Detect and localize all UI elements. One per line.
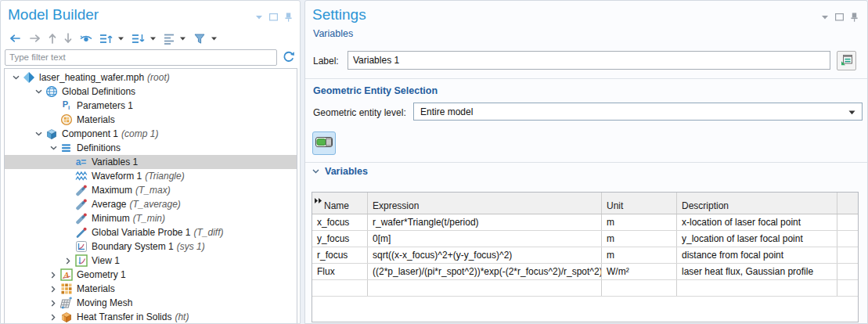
tree-item-variables-1[interactable]: a=Variables 1 bbox=[5, 155, 297, 169]
forward-arrow-icon[interactable] bbox=[26, 30, 44, 47]
materials-globe-icon bbox=[59, 113, 73, 126]
cell-expression[interactable]: sqrt((x-x_focus)^2+(y-y_focus)^2) bbox=[368, 247, 602, 263]
chevron-down-icon[interactable] bbox=[47, 146, 59, 150]
cell-unit[interactable]: m bbox=[602, 214, 677, 230]
tree-item-geometry-1[interactable]: AGeometry 1 bbox=[5, 268, 297, 282]
cell-description[interactable]: laser heat flux, Gaussian profile bbox=[677, 264, 837, 279]
cell-unit[interactable]: W/m² bbox=[602, 264, 677, 279]
chevron-down-icon[interactable] bbox=[9, 75, 22, 80]
chevron-right-icon[interactable] bbox=[47, 286, 59, 293]
tree-item-definitions[interactable]: Definitions bbox=[5, 141, 297, 155]
expand-up-list-icon[interactable] bbox=[97, 30, 115, 47]
chevron-down-icon[interactable] bbox=[178, 37, 187, 41]
cell-description[interactable] bbox=[677, 280, 837, 296]
chevron-right-icon[interactable] bbox=[47, 300, 59, 307]
tree-item-moving-mesh[interactable]: Moving Mesh bbox=[5, 296, 297, 310]
tree-item-global-definitions[interactable]: Global Definitions bbox=[5, 85, 297, 99]
tree-item-label: Moving Mesh bbox=[77, 297, 132, 308]
cell-expression[interactable]: r_wafer*Triangle(t/period) bbox=[368, 214, 602, 230]
cell-description[interactable]: y_location of laser focal point bbox=[677, 231, 837, 247]
tree-item-average[interactable]: Average(T_average) bbox=[5, 197, 297, 211]
show-eye-icon[interactable] bbox=[77, 30, 95, 47]
tree-item-waveform-1[interactable]: Waveform 1(Triangle) bbox=[5, 169, 297, 183]
pin-icon[interactable] bbox=[285, 13, 292, 22]
tree-item-label: Component 1 bbox=[62, 128, 118, 139]
chevron-down-icon[interactable] bbox=[117, 37, 125, 41]
cell-expression[interactable]: 0[m] bbox=[368, 231, 602, 247]
cell-name[interactable]: r_focus bbox=[312, 247, 368, 263]
refresh-icon[interactable] bbox=[282, 50, 296, 64]
cell-expression[interactable]: ((2*p_laser)/(pi*r_spot^2))*exp(-(2*r_fo… bbox=[368, 264, 602, 279]
cell-unit[interactable]: m bbox=[602, 231, 677, 247]
cell-name[interactable]: Flux bbox=[312, 264, 368, 279]
cell-unit[interactable] bbox=[602, 280, 677, 296]
tree-item-label: Definitions bbox=[77, 142, 121, 153]
tree-item-annotation: (T_max) bbox=[135, 185, 171, 196]
chevron-down-icon[interactable] bbox=[822, 16, 828, 20]
tree-item-materials[interactable]: Materials bbox=[5, 113, 297, 127]
restore-icon[interactable] bbox=[269, 13, 278, 21]
moving-mesh-icon bbox=[59, 297, 73, 309]
model-builder-title: Model Builder bbox=[8, 6, 99, 23]
cell-name[interactable]: y_focus bbox=[312, 231, 368, 247]
tree-item-minimum[interactable]: Minimum(T_min) bbox=[5, 211, 297, 225]
label-edit-button[interactable] bbox=[837, 51, 856, 70]
column-header-name[interactable]: Name bbox=[312, 193, 368, 214]
variables-table: NameExpressionUnitDescription x_focusr_w… bbox=[312, 192, 859, 322]
expand-down-list-icon[interactable] bbox=[129, 30, 147, 47]
tree-item-view-1[interactable]: View 1 bbox=[5, 254, 297, 268]
active-selection-toggle-button[interactable] bbox=[312, 131, 336, 155]
cell-name[interactable] bbox=[312, 280, 368, 296]
tree-item-materials[interactable]: Materials bbox=[5, 282, 297, 296]
tree-item-global-variable-probe-1[interactable]: Global Variable Probe 1(T_diff) bbox=[5, 225, 297, 239]
probe-icon bbox=[74, 198, 88, 211]
cell-description[interactable]: x-location of laser focal point bbox=[677, 214, 837, 230]
move-up-arrow-icon[interactable] bbox=[45, 30, 59, 47]
cell-name[interactable]: x_focus bbox=[312, 214, 368, 230]
component-cube-icon bbox=[45, 128, 58, 140]
move-down-arrow-icon[interactable] bbox=[61, 30, 75, 47]
global-probe-icon bbox=[74, 226, 88, 239]
model-builder-toolbar bbox=[6, 29, 221, 48]
model-builder-panel: Model Builder laser_heating_wafer.mph(ro… bbox=[0, 0, 301, 324]
filter-row bbox=[5, 49, 297, 66]
cell-description[interactable]: distance from focal point bbox=[677, 247, 837, 263]
chevron-down-icon[interactable] bbox=[210, 37, 218, 41]
chevron-down-icon[interactable] bbox=[256, 16, 262, 20]
variables-table-empty-area[interactable] bbox=[312, 297, 858, 322]
variables-section-title[interactable]: Variables bbox=[325, 166, 368, 177]
filter-funnel-icon[interactable] bbox=[191, 30, 208, 47]
tree-item-maximum[interactable]: Maximum(T_max) bbox=[5, 183, 297, 197]
pin-icon[interactable] bbox=[851, 13, 858, 22]
view-icon bbox=[74, 254, 88, 267]
table-row-flux: Flux((2*p_laser)/(pi*r_spot^2))*exp(-(2*… bbox=[312, 264, 858, 280]
label-input[interactable] bbox=[348, 51, 830, 70]
tree-item-heat-transfer-in-solids[interactable]: Heat Transfer in Solids(ht) bbox=[5, 310, 297, 323]
tree-item-label: Parameters 1 bbox=[77, 100, 133, 111]
tree-item-label: Maximum bbox=[92, 185, 132, 196]
cell-unit[interactable]: m bbox=[602, 247, 677, 263]
tree-item-annotation: (T_average) bbox=[129, 199, 180, 210]
chevron-down-icon[interactable] bbox=[32, 89, 45, 94]
cell-expression[interactable] bbox=[368, 280, 602, 296]
chevron-right-icon[interactable] bbox=[47, 314, 59, 321]
geometric-entity-level-label: Geometric entity level: bbox=[313, 107, 406, 118]
tree-filter-input[interactable] bbox=[5, 49, 277, 66]
chevron-down-icon[interactable] bbox=[312, 169, 319, 174]
column-header-expression[interactable]: Expression bbox=[368, 193, 602, 214]
chevron-down-icon[interactable] bbox=[32, 131, 45, 136]
tree-item-parameters-1[interactable]: PiParameters 1 bbox=[5, 99, 297, 113]
active-selection-toggle-icon bbox=[315, 136, 333, 150]
restore-icon[interactable] bbox=[835, 13, 844, 21]
geometric-entity-level-select[interactable]: Entire model bbox=[413, 103, 863, 121]
tree-item-component-1[interactable]: Component 1(comp 1) bbox=[5, 127, 297, 141]
tree-item-boundary-system-1[interactable]: Boundary System 1(sys 1) bbox=[5, 239, 297, 254]
tree-item-laser-heating-wafer-mph[interactable]: laser_heating_wafer.mph(root) bbox=[5, 70, 297, 85]
column-header-description[interactable]: Description bbox=[677, 193, 837, 214]
back-arrow-icon[interactable] bbox=[6, 30, 24, 47]
chevron-right-icon[interactable] bbox=[62, 257, 74, 265]
chevron-down-icon[interactable] bbox=[149, 37, 157, 41]
column-header-unit[interactable]: Unit bbox=[602, 193, 677, 214]
collapse-all-icon[interactable] bbox=[161, 30, 177, 47]
chevron-right-icon[interactable] bbox=[47, 272, 59, 279]
